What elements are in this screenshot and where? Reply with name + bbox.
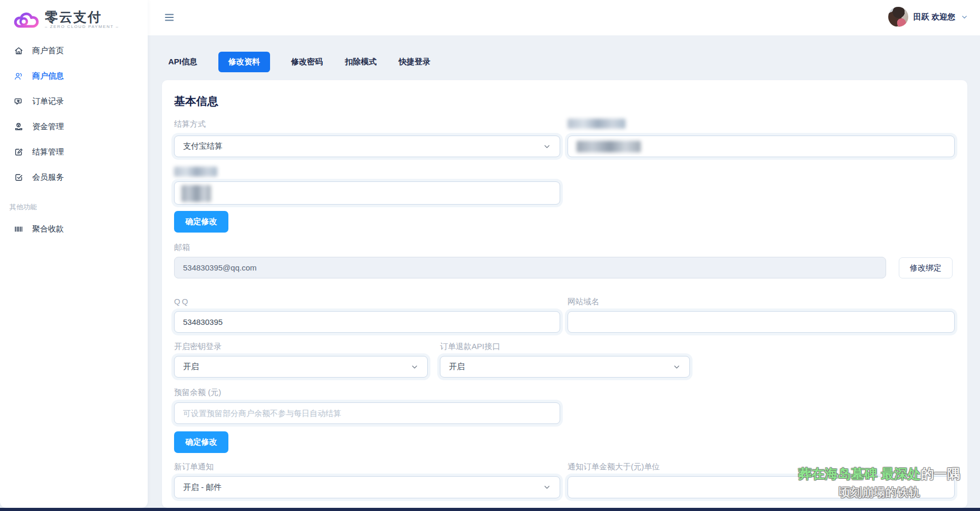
refund-api-select[interactable]: 开启 <box>440 356 690 378</box>
sidebar-item-merchant-info[interactable]: 商户信息 <box>0 63 148 89</box>
redacted-value <box>577 141 641 152</box>
confirm-edit-button[interactable]: 确定修改 <box>174 431 228 453</box>
chevron-down-icon <box>960 13 968 21</box>
topbar: 田跃 欢迎您 <box>148 0 980 35</box>
brand-subtitle: – ZERO CLOUD PAYMENT – <box>45 24 119 29</box>
redacted-label <box>568 119 626 129</box>
qq-label: QQ <box>174 297 189 306</box>
tab-bar: API信息 修改资料 修改密码 扣除模式 快捷登录 <box>167 51 431 73</box>
key-login-value: 开启 <box>183 362 199 372</box>
tab-api-info[interactable]: API信息 <box>167 52 198 72</box>
brand-name: 零云支付 <box>45 10 119 24</box>
sidebar-section-label: 其他功能 <box>0 190 148 216</box>
settlement-method-value: 支付宝结算 <box>183 141 223 151</box>
profile-form-card: 基本信息 结算方式 支付宝结算 确定修改 邮箱 修改绑定 QQ 网站域名 开启密… <box>162 80 967 508</box>
redacted-value <box>181 185 211 202</box>
sidebar-item-label: 结算管理 <box>32 147 64 157</box>
sidebar-item-label: 会员服务 <box>32 172 64 182</box>
sidebar: 零云支付 – ZERO CLOUD PAYMENT – 商户首页 商户信息 订单… <box>0 0 148 508</box>
user-greeting: 田跃 欢迎您 <box>914 12 955 22</box>
reserved-balance-field[interactable] <box>174 402 560 424</box>
email-field <box>174 257 886 278</box>
home-icon <box>14 46 24 56</box>
sidebar-item-merchant-home[interactable]: 商户首页 <box>0 38 148 63</box>
confirm-edit-button[interactable]: 确定修改 <box>174 211 228 233</box>
sidebar-item-aggregate-collection[interactable]: 聚合收款 <box>0 216 148 242</box>
tab-change-password[interactable]: 修改密码 <box>290 52 324 72</box>
user-menu[interactable]: 田跃 欢迎您 <box>888 7 968 27</box>
website-domain-field[interactable] <box>568 311 955 333</box>
settlement-icon <box>14 147 24 157</box>
redacted-input[interactable] <box>568 136 955 157</box>
sidebar-item-label: 商户首页 <box>32 46 64 56</box>
notify-amount-field[interactable] <box>568 476 955 498</box>
key-login-label: 开启密钥登录 <box>174 342 222 352</box>
brand-logo[interactable]: 零云支付 – ZERO CLOUD PAYMENT – <box>0 0 148 34</box>
sidebar-item-label: 聚合收款 <box>32 224 64 234</box>
settlement-method-select[interactable]: 支付宝结算 <box>174 136 560 157</box>
rebind-email-button[interactable]: 修改绑定 <box>899 257 953 278</box>
notify-amount-label: 通知订单金额大于(元)单位 <box>568 462 660 472</box>
sidebar-item-settlement[interactable]: 结算管理 <box>0 139 148 165</box>
settlement-method-label: 结算方式 <box>174 119 206 129</box>
sidebar-item-order-records[interactable]: 订单记录 <box>0 89 148 114</box>
website-domain-label: 网站域名 <box>568 297 599 307</box>
redacted-input[interactable] <box>174 181 560 205</box>
chevron-down-icon <box>672 363 681 371</box>
email-label: 邮箱 <box>174 243 190 253</box>
tab-deduction-mode[interactable]: 扣除模式 <box>344 52 378 72</box>
refund-api-label: 订单退款API接口 <box>440 342 500 352</box>
new-order-notify-label: 新订单通知 <box>174 462 214 472</box>
chevron-down-icon <box>543 483 551 491</box>
brand-text: 零云支付 – ZERO CLOUD PAYMENT – <box>45 10 119 29</box>
sidebar-nav: 商户首页 商户信息 订单记录 资金管理 结算管理 会员服务 其他功能 聚合收款 <box>0 38 148 242</box>
chevron-down-icon <box>410 363 419 371</box>
barcode-icon <box>14 224 24 234</box>
hamburger-menu-button[interactable] <box>164 12 175 23</box>
reserved-balance-label: 预留余额 (元) <box>174 388 221 398</box>
sidebar-item-label: 资金管理 <box>32 122 64 132</box>
avatar <box>888 7 908 27</box>
hamburger-icon <box>164 12 175 23</box>
sidebar-item-label: 订单记录 <box>32 97 64 107</box>
sidebar-item-label: 商户信息 <box>32 71 64 81</box>
sidebar-item-funds[interactable]: 资金管理 <box>0 114 148 139</box>
refund-api-value: 开启 <box>449 362 465 372</box>
new-order-notify-value: 开启 - 邮件 <box>183 483 222 493</box>
new-order-notify-select[interactable]: 开启 - 邮件 <box>174 476 560 498</box>
tab-edit-profile[interactable]: 修改资料 <box>218 52 270 72</box>
qq-field[interactable] <box>174 311 560 333</box>
sidebar-item-member-service[interactable]: 会员服务 <box>0 165 148 190</box>
merchant-info-icon <box>14 71 24 81</box>
bottom-edge-bar <box>0 508 980 511</box>
chevron-down-icon <box>543 142 551 151</box>
tab-quick-login[interactable]: 快捷登录 <box>398 52 431 72</box>
member-service-icon <box>14 172 24 182</box>
order-records-icon <box>14 97 24 107</box>
section-title: 基本信息 <box>174 94 218 109</box>
key-login-select[interactable]: 开启 <box>174 356 428 378</box>
funds-icon <box>14 122 24 132</box>
redacted-label <box>174 167 217 177</box>
cloud-logo-icon <box>13 8 40 31</box>
